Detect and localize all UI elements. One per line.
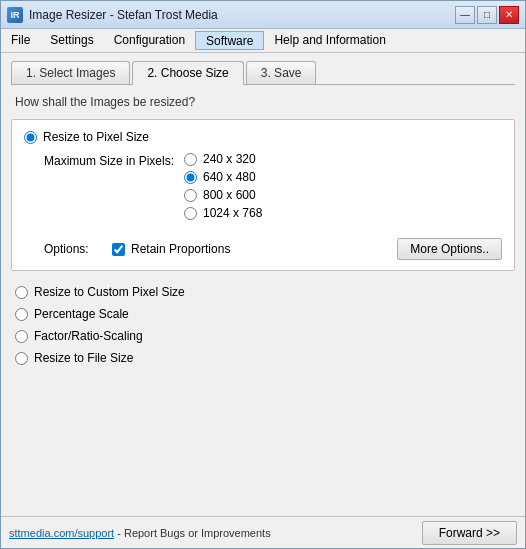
menu-item-file[interactable]: File — [1, 31, 40, 50]
app-icon: IR — [7, 7, 23, 23]
radio-resize-pixel[interactable] — [24, 131, 37, 144]
status-bar: sttmedia.com/support - Report Bugs or Im… — [1, 516, 525, 548]
radio-factor-ratio[interactable] — [15, 330, 28, 343]
options-label: Options: — [44, 242, 104, 256]
menu-item-settings[interactable]: Settings — [40, 31, 103, 50]
other-resize-modes: Resize to Custom Pixel Size Percentage S… — [11, 279, 515, 371]
size-label-1024x768: 1024 x 768 — [203, 206, 262, 220]
title-bar: IR Image Resizer - Stefan Trost Media — … — [1, 1, 525, 29]
radio-file-size[interactable] — [15, 352, 28, 365]
radio-640x480[interactable] — [184, 171, 197, 184]
percentage-label: Percentage Scale — [34, 307, 129, 321]
radio-option-percentage: Percentage Scale — [15, 307, 511, 321]
radio-option-factor-ratio: Factor/Ratio-Scaling — [15, 329, 511, 343]
size-label-800x600: 800 x 600 — [203, 188, 256, 202]
pixel-size-header: Resize to Pixel Size — [24, 130, 502, 144]
title-bar-left: IR Image Resizer - Stefan Trost Media — [7, 7, 218, 23]
radio-custom-pixel[interactable] — [15, 286, 28, 299]
menu-item-software[interactable]: Software — [195, 31, 264, 50]
radio-1024x768[interactable] — [184, 207, 197, 220]
menu-bar: File Settings Configuration Software Hel… — [1, 29, 525, 53]
title-controls: — □ ✕ — [455, 6, 519, 24]
size-label-240x320: 240 x 320 — [203, 152, 256, 166]
radio-800x600[interactable] — [184, 189, 197, 202]
max-size-label: Maximum Size in Pixels: — [44, 152, 184, 168]
radio-option-custom-pixel: Resize to Custom Pixel Size — [15, 285, 511, 299]
status-text-area: sttmedia.com/support - Report Bugs or Im… — [9, 526, 271, 540]
menu-item-help[interactable]: Help and Information — [264, 31, 395, 50]
more-options-button[interactable]: More Options.. — [397, 238, 502, 260]
retain-proportions-row: Retain Proportions — [112, 242, 389, 256]
retain-proportions-label: Retain Proportions — [131, 242, 230, 256]
custom-pixel-label: Resize to Custom Pixel Size — [34, 285, 185, 299]
options-row: Options: Retain Proportions More Options… — [44, 238, 502, 260]
app-window: IR Image Resizer - Stefan Trost Media — … — [0, 0, 526, 549]
tab-save[interactable]: 3. Save — [246, 61, 317, 84]
file-size-label: Resize to File Size — [34, 351, 133, 365]
size-option-640x480: 640 x 480 — [184, 170, 262, 184]
support-link[interactable]: sttmedia.com/support — [9, 527, 114, 539]
resize-pixel-label: Resize to Pixel Size — [43, 130, 149, 144]
maximize-button[interactable]: □ — [477, 6, 497, 24]
tabs: 1. Select Images 2. Choose Size 3. Save — [11, 61, 515, 85]
size-option-1024x768: 1024 x 768 — [184, 206, 262, 220]
resize-question: How shall the Images be resized? — [15, 95, 515, 109]
menu-item-configuration[interactable]: Configuration — [104, 31, 195, 50]
size-options: 240 x 320 640 x 480 800 x 600 1024 x 768 — [184, 152, 262, 220]
radio-option-file-size: Resize to File Size — [15, 351, 511, 365]
close-button[interactable]: ✕ — [499, 6, 519, 24]
size-option-240x320: 240 x 320 — [184, 152, 262, 166]
size-label-640x480: 640 x 480 — [203, 170, 256, 184]
retain-proportions-checkbox[interactable] — [112, 243, 125, 256]
minimize-button[interactable]: — — [455, 6, 475, 24]
tab-choose-size[interactable]: 2. Choose Size — [132, 61, 243, 85]
forward-button[interactable]: Forward >> — [422, 521, 517, 545]
radio-percentage[interactable] — [15, 308, 28, 321]
content-area: 1. Select Images 2. Choose Size 3. Save … — [1, 53, 525, 548]
tab-select-images[interactable]: 1. Select Images — [11, 61, 130, 84]
window-title: Image Resizer - Stefan Trost Media — [29, 8, 218, 22]
status-suffix: - Report Bugs or Improvements — [114, 527, 271, 539]
pixel-size-section: Resize to Pixel Size Maximum Size in Pix… — [11, 119, 515, 271]
radio-240x320[interactable] — [184, 153, 197, 166]
size-option-800x600: 800 x 600 — [184, 188, 262, 202]
factor-ratio-label: Factor/Ratio-Scaling — [34, 329, 143, 343]
